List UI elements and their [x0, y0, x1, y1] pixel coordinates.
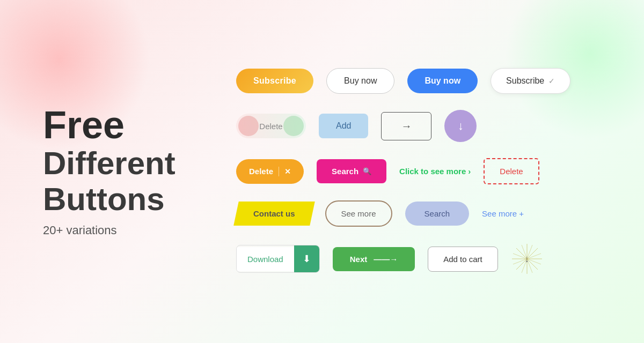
button-row-4: Contact us See more Search See more + — [236, 200, 623, 227]
arrow-button[interactable]: → — [381, 112, 431, 140]
arrow-icon: → — [401, 120, 412, 132]
search-pink-label: Search — [332, 167, 358, 176]
pill-dot-left — [238, 116, 259, 136]
hero-text: Free Different Buttons 20+ variations — [43, 106, 175, 237]
delete-x-button[interactable]: Delete ✕ — [236, 159, 304, 184]
subscribe-check-label: Subscribe — [506, 76, 544, 86]
chevron-icon: › — [468, 167, 471, 176]
download-button[interactable]: Download ⬇ — [236, 245, 320, 273]
hero-different: Different — [43, 146, 175, 180]
delete-dashed-button[interactable]: Delete — [484, 158, 539, 184]
see-more-oval-button[interactable]: See more — [325, 200, 392, 227]
circle-down-button[interactable]: ↓ — [444, 110, 477, 142]
x-icon: ✕ — [284, 167, 291, 176]
hero-variations: 20+ variations — [43, 223, 175, 237]
button-row-2: Delete Add → ↓ — [236, 110, 623, 142]
check-icon: ✓ — [548, 77, 555, 85]
button-row-3: Delete ✕ Search 🔍 Click to see more › De… — [236, 158, 623, 184]
download-icon: ⬇ — [294, 245, 319, 272]
next-label: Next — [350, 255, 368, 264]
next-button[interactable]: Next ——→ — [333, 247, 415, 271]
hero-free: Free — [43, 106, 175, 144]
buy-now-outline-button[interactable]: Buy now — [326, 68, 394, 94]
starburst-button[interactable]: ↓ — [511, 243, 543, 275]
subscribe-check-button[interactable]: Subscribe ✓ — [491, 68, 570, 94]
see-more-link-button[interactable]: See more + — [482, 209, 524, 218]
buy-now-blue-button[interactable]: Buy now — [407, 69, 478, 93]
down-arrow-icon: ↓ — [458, 119, 464, 133]
search-pink-button[interactable]: Search 🔍 — [317, 159, 386, 183]
subscribe-orange-button[interactable]: Subscribe — [236, 69, 313, 93]
click-see-more-label: Click to see more — [399, 167, 466, 176]
see-more-link-label: See more — [482, 209, 517, 218]
plus-icon: + — [519, 209, 524, 218]
contact-us-button[interactable]: Contact us — [233, 202, 314, 226]
delete-x-label: Delete — [249, 167, 273, 176]
search-pink-icon: 🔍 — [363, 167, 371, 175]
button-row-5: Download ⬇ Next ——→ Add to cart — [236, 243, 623, 275]
left-panel: Free Different Buttons 20+ variations — [0, 0, 225, 343]
contact-us-label: Contact us — [253, 209, 295, 218]
add-button[interactable]: Add — [319, 114, 368, 138]
search-lavender-button[interactable]: Search — [405, 202, 470, 226]
hero-buttons: Buttons — [43, 182, 175, 216]
next-arrow-icon: ——→ — [374, 255, 398, 264]
pill-dot-right — [283, 116, 304, 136]
divider — [279, 167, 279, 176]
starburst-arrow-icon: ↓ — [524, 253, 529, 265]
click-see-more-button[interactable]: Click to see more › — [399, 167, 471, 176]
delete-toggle-button[interactable]: Delete — [236, 114, 306, 138]
delete-toggle-label: Delete — [259, 122, 282, 131]
add-to-cart-button[interactable]: Add to cart — [428, 247, 498, 272]
right-panel: Subscribe Buy now Buy now Subscribe ✓ De… — [225, 0, 644, 343]
button-row-1: Subscribe Buy now Buy now Subscribe ✓ — [236, 68, 623, 94]
download-label: Download — [237, 247, 294, 271]
